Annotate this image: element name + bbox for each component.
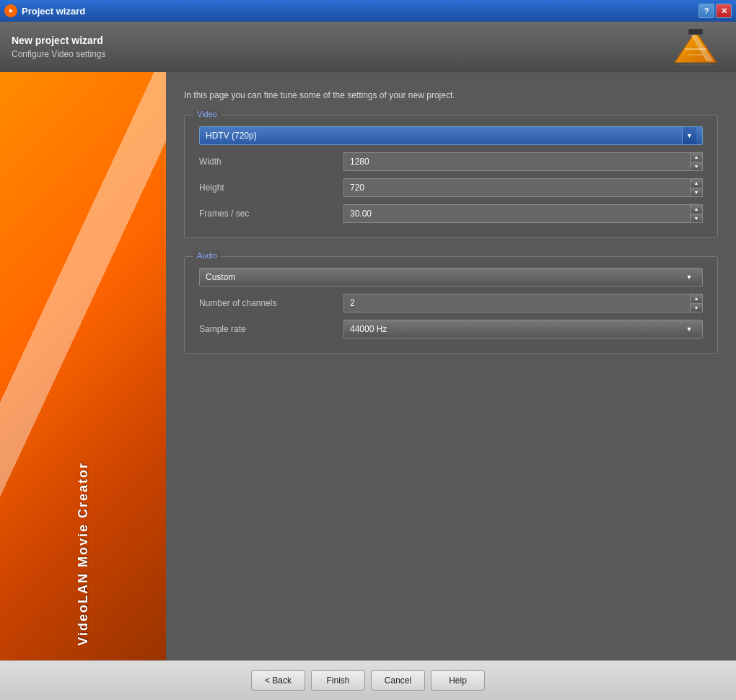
title-bar: Project wizard ? ✕ [0,0,736,22]
height-row: Height ▲ ▼ [199,178,703,197]
sample-rate-dropdown[interactable]: 44000 Hz ▼ [343,320,703,338]
height-spinner: ▲ ▼ [343,178,703,197]
sample-rate-row: Sample rate 44000 Hz ▼ [199,320,703,338]
svg-rect-4 [688,29,703,35]
fps-input[interactable] [343,204,690,223]
audio-preset-row: Custom ▼ [199,268,703,286]
header-bar: New project wizard Configure Video setti… [0,22,736,72]
app-icon [4,4,17,17]
width-spinner: ▲ ▼ [343,152,703,171]
svg-rect-5 [674,63,717,66]
fps-row: Frames / sec ▲ ▼ [199,204,703,223]
height-down-button[interactable]: ▼ [691,188,702,197]
audio-legend: Audio [193,251,221,260]
width-spinner-buttons: ▲ ▼ [690,152,703,171]
width-up-button[interactable]: ▲ [691,153,702,162]
width-label: Width [199,157,343,167]
width-row: Width ▲ ▼ [199,152,703,171]
fps-label: Frames / sec [199,209,343,219]
fps-control: ▲ ▼ [343,204,703,223]
fps-spinner: ▲ ▼ [343,204,703,223]
sample-rate-label: Sample rate [199,324,343,334]
fps-up-button[interactable]: ▲ [691,205,702,214]
audio-preset-control: Custom ▼ [199,268,703,286]
wizard-title: New project wizard [12,35,106,46]
intro-text: In this page you can fine tune some of t… [184,90,718,100]
channels-spinner-buttons: ▲ ▼ [690,294,703,312]
width-control: ▲ ▼ [343,152,703,171]
width-input[interactable] [343,152,690,171]
sidebar-label: VideoLAN Movie Creator [76,462,91,646]
back-button[interactable]: < Back [251,670,305,691]
sample-rate-control: 44000 Hz ▼ [343,320,703,338]
vlc-logo [670,27,721,67]
cancel-button[interactable]: Cancel [371,670,425,691]
channels-row: Number of channels ▲ ▼ [199,294,703,312]
height-spinner-buttons: ▲ ▼ [690,178,703,197]
video-preset-value: HDTV (720p) [206,131,257,141]
video-preset-arrow: ▼ [682,127,696,144]
channels-down-button[interactable]: ▼ [691,304,702,312]
audio-preset-dropdown[interactable]: Custom ▼ [199,268,703,286]
window-title: Project wizard [22,6,698,17]
audio-preset-arrow: ▼ [682,268,696,286]
video-preset-control: HDTV (720p) ▼ [199,126,703,145]
video-legend: Video [193,110,221,118]
width-down-button[interactable]: ▼ [691,162,702,171]
header-logo [667,25,724,69]
sample-rate-value: 44000 Hz [350,324,387,334]
finish-button[interactable]: Finish [311,670,365,691]
wizard-subtitle: Configure Video settings [12,49,106,59]
audio-preset-value: Custom [206,272,235,282]
close-button[interactable]: ✕ [716,4,732,18]
height-up-button[interactable]: ▲ [691,179,702,188]
height-input[interactable] [343,178,690,197]
audio-group: Audio Custom ▼ Number of channels [184,256,718,354]
window-controls: ? ✕ [698,4,732,18]
help-bottom-button[interactable]: Help [431,670,485,691]
height-control: ▲ ▼ [343,178,703,197]
channels-input[interactable] [343,294,690,312]
sidebar: VideoLAN Movie Creator [0,72,166,660]
main-layout: VideoLAN Movie Creator In this page you … [0,72,736,660]
video-group: Video HDTV (720p) ▼ Width ▲ [184,115,718,238]
channels-label: Number of channels [199,298,343,308]
video-preset-row: HDTV (720p) ▼ [199,126,703,145]
height-label: Height [199,183,343,193]
fps-spinner-buttons: ▲ ▼ [690,204,703,223]
video-preset-dropdown[interactable]: HDTV (720p) ▼ [199,126,703,145]
header-text: New project wizard Configure Video setti… [12,35,106,59]
help-button[interactable]: ? [698,4,714,18]
content-panel: In this page you can fine tune some of t… [166,72,736,660]
channels-control: ▲ ▼ [343,294,703,312]
bottom-bar: < Back Finish Cancel Help [0,660,736,700]
channels-up-button[interactable]: ▲ [691,294,702,304]
channels-spinner: ▲ ▼ [343,294,703,312]
fps-down-button[interactable]: ▼ [691,214,702,223]
sample-rate-arrow: ▼ [682,320,696,338]
